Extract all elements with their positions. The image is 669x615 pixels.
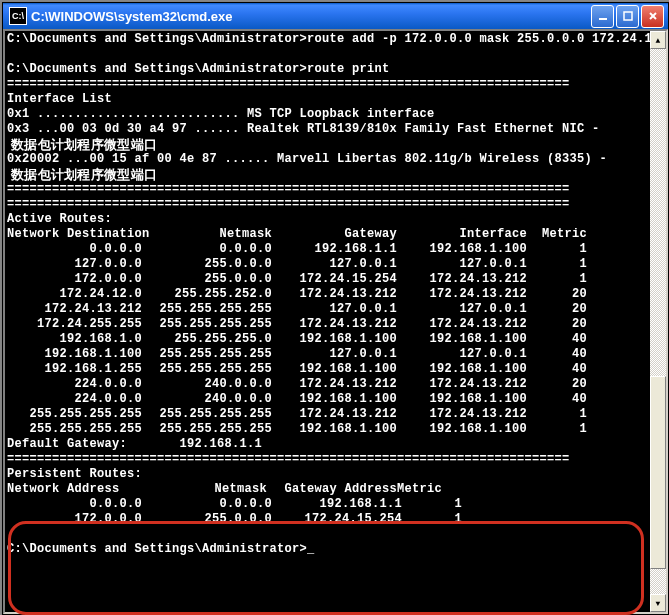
route-cell: 172.24.13.212 xyxy=(397,377,527,392)
command-text: route print xyxy=(307,62,390,76)
route-row: 172.24.12.0255.255.252.0172.24.13.212172… xyxy=(7,287,648,302)
persist-cell: 172.24.15.254 xyxy=(272,512,402,527)
prompt: C:\Documents and Settings\Administrator> xyxy=(7,62,307,76)
cursor: _ xyxy=(307,542,315,556)
route-cell: 172.24.13.212 xyxy=(272,287,397,302)
route-cell: 172.24.12.0 xyxy=(7,287,142,302)
route-cell: 20 xyxy=(527,317,587,332)
console-output[interactable]: C:\Documents and Settings\Administrator>… xyxy=(5,31,650,612)
close-button[interactable] xyxy=(641,5,664,28)
active-routes-header: Active Routes: xyxy=(7,212,112,226)
route-row: 172.24.255.255255.255.255.255172.24.13.2… xyxy=(7,317,648,332)
scroll-up-button[interactable]: ▲ xyxy=(650,31,666,49)
route-cell: 1 xyxy=(527,407,587,422)
pcol-addr: Network Address xyxy=(7,482,137,497)
route-cell: 20 xyxy=(527,302,587,317)
route-cell: 172.24.13.212 xyxy=(397,272,527,287)
route-rows: 0.0.0.00.0.0.0192.168.1.1192.168.1.10011… xyxy=(7,242,648,437)
route-columns: Network DestinationNetmaskGatewayInterfa… xyxy=(7,227,648,242)
route-cell: 192.168.1.100 xyxy=(272,422,397,437)
persist-cell: 0.0.0.0 xyxy=(142,497,272,512)
route-row: 255.255.255.255255.255.255.255192.168.1.… xyxy=(7,422,648,437)
scroll-down-button[interactable]: ▼ xyxy=(650,594,666,612)
route-row: 192.168.1.0255.255.255.0192.168.1.100192… xyxy=(7,332,648,347)
route-cell: 255.0.0.0 xyxy=(142,272,272,287)
interface-line: 0x1 ........................... MS TCP L… xyxy=(7,107,648,122)
route-cell: 255.255.255.255 xyxy=(7,407,142,422)
route-cell: 127.0.0.1 xyxy=(272,302,397,317)
interface-line: 0x3 ...00 03 0d 30 a4 97 ...... Realtek … xyxy=(7,122,648,137)
route-cell: 1 xyxy=(527,257,587,272)
route-cell: 224.0.0.0 xyxy=(7,392,142,407)
route-cell: 127.0.0.1 xyxy=(397,302,527,317)
route-row: 224.0.0.0240.0.0.0172.24.13.212172.24.13… xyxy=(7,377,648,392)
route-cell: 255.255.252.0 xyxy=(142,287,272,302)
route-cell: 255.255.255.255 xyxy=(142,317,272,332)
route-cell: 192.168.1.100 xyxy=(397,422,527,437)
route-row: 172.0.0.0255.0.0.0172.24.15.254172.24.13… xyxy=(7,272,648,287)
route-row: 127.0.0.0255.0.0.0127.0.0.1127.0.0.11 xyxy=(7,257,648,272)
route-cell: 240.0.0.0 xyxy=(142,377,272,392)
route-row: 192.168.1.255255.255.255.255192.168.1.10… xyxy=(7,362,648,377)
route-cell: 127.0.0.1 xyxy=(397,347,527,362)
route-cell: 127.0.0.1 xyxy=(272,347,397,362)
route-cell: 255.255.255.255 xyxy=(7,422,142,437)
route-cell: 255.255.255.255 xyxy=(142,302,272,317)
persistent-header: Persistent Routes: xyxy=(7,467,142,481)
route-cell: 172.24.13.212 xyxy=(7,302,142,317)
route-cell: 40 xyxy=(527,362,587,377)
scroll-thumb[interactable] xyxy=(650,376,666,569)
svg-rect-0 xyxy=(599,18,607,20)
route-cell: 192.168.1.100 xyxy=(272,392,397,407)
route-cell: 192.168.1.100 xyxy=(397,392,527,407)
route-cell: 255.255.255.255 xyxy=(142,407,272,422)
minimize-button[interactable] xyxy=(591,5,614,28)
command-text: route add -p 172.0.0.0 mask 255.0.0.0 17… xyxy=(307,32,650,46)
route-row: 224.0.0.0240.0.0.0192.168.1.100192.168.1… xyxy=(7,392,648,407)
route-cell: 20 xyxy=(527,377,587,392)
route-cell: 20 xyxy=(527,287,587,302)
route-cell: 127.0.0.1 xyxy=(272,257,397,272)
scroll-track[interactable] xyxy=(650,49,666,594)
route-cell: 40 xyxy=(527,347,587,362)
route-cell: 192.168.1.100 xyxy=(7,347,142,362)
route-cell: 192.168.1.100 xyxy=(397,242,527,257)
route-cell: 172.24.13.212 xyxy=(272,377,397,392)
route-cell: 172.24.13.212 xyxy=(272,407,397,422)
persist-row: 172.0.0.0255.0.0.0172.24.15.2541 xyxy=(7,512,648,527)
route-cell: 172.24.15.254 xyxy=(272,272,397,287)
window-title: C:\WINDOWS\system32\cmd.exe xyxy=(31,9,591,24)
route-cell: 1 xyxy=(527,272,587,287)
prompt: C:\Documents and Settings\Administrator> xyxy=(7,542,307,556)
route-row: 172.24.13.212255.255.255.255127.0.0.1127… xyxy=(7,302,648,317)
route-cell: 192.168.1.100 xyxy=(397,332,527,347)
route-cell: 172.24.13.212 xyxy=(272,317,397,332)
prompt: C:\Documents and Settings\Administrator> xyxy=(7,32,307,46)
route-cell: 192.168.1.100 xyxy=(272,362,397,377)
route-cell: 172.24.13.212 xyxy=(397,407,527,422)
route-cell: 40 xyxy=(527,332,587,347)
route-row: 255.255.255.255255.255.255.255172.24.13.… xyxy=(7,407,648,422)
vertical-scrollbar[interactable]: ▲ ▼ xyxy=(650,31,666,612)
default-gw-label: Default Gateway: xyxy=(7,437,127,451)
titlebar[interactable]: C:\ C:\WINDOWS\system32\cmd.exe xyxy=(3,3,668,29)
pcol-mask: Netmask xyxy=(137,482,267,497)
route-cell: 255.255.255.0 xyxy=(142,332,272,347)
separator: ========================================… xyxy=(7,182,570,196)
interface-line-cn: 数据包计划程序微型端口 xyxy=(7,167,648,182)
route-cell: 255.255.255.255 xyxy=(142,422,272,437)
console-area: C:\Documents and Settings\Administrator>… xyxy=(3,29,668,614)
route-cell: 192.168.1.255 xyxy=(7,362,142,377)
pcol-metric: Metric xyxy=(397,482,442,497)
cmd-window: C:\ C:\WINDOWS\system32\cmd.exe C:\Docum… xyxy=(2,2,669,615)
route-cell: 0.0.0.0 xyxy=(7,242,142,257)
route-cell: 255.255.255.255 xyxy=(142,347,272,362)
route-cell: 40 xyxy=(527,392,587,407)
route-cell: 192.168.1.100 xyxy=(272,332,397,347)
system-menu-icon[interactable]: C:\ xyxy=(9,7,27,25)
interface-line-cn: 数据包计划程序微型端口 xyxy=(7,137,648,152)
separator: ========================================… xyxy=(7,452,570,466)
maximize-button[interactable] xyxy=(616,5,639,28)
sysicon-text: C:\ xyxy=(12,11,24,21)
route-cell: 192.168.1.1 xyxy=(272,242,397,257)
